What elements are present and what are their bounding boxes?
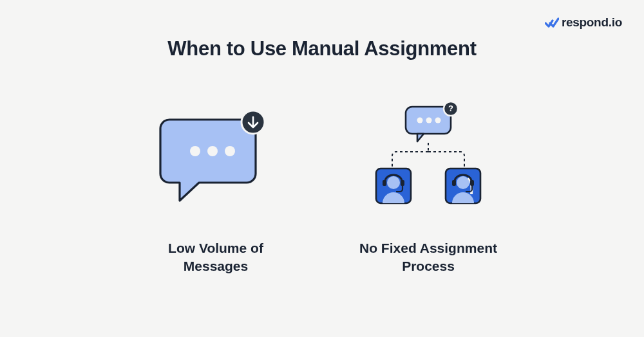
svg-point-6: [426, 118, 432, 123]
svg-point-11: [387, 176, 400, 189]
svg-point-15: [457, 176, 469, 189]
brand-checkmark-icon: [545, 16, 559, 29]
svg-rect-12: [383, 180, 386, 186]
svg-point-1: [207, 146, 218, 156]
item-caption: No Fixed Assignment Process: [357, 239, 499, 276]
page-title: When to Use Manual Assignment: [0, 37, 644, 60]
svg-rect-13: [401, 180, 404, 186]
item-low-volume: Low Volume of Messages: [145, 102, 287, 276]
svg-point-7: [435, 118, 441, 123]
brand-name: respond.io: [562, 15, 622, 30]
low-volume-illustration: [158, 102, 274, 217]
svg-text:?: ?: [448, 104, 453, 113]
svg-rect-17: [470, 180, 474, 186]
no-process-illustration: ?: [361, 102, 496, 217]
svg-point-0: [190, 146, 200, 156]
brand-logo: respond.io: [545, 15, 622, 30]
svg-rect-16: [452, 180, 456, 186]
item-caption: Low Volume of Messages: [145, 239, 287, 276]
svg-point-5: [417, 118, 423, 123]
items-row: Low Volume of Messages ?: [0, 102, 644, 276]
item-no-process: ?: [357, 102, 499, 276]
svg-point-2: [225, 146, 235, 156]
